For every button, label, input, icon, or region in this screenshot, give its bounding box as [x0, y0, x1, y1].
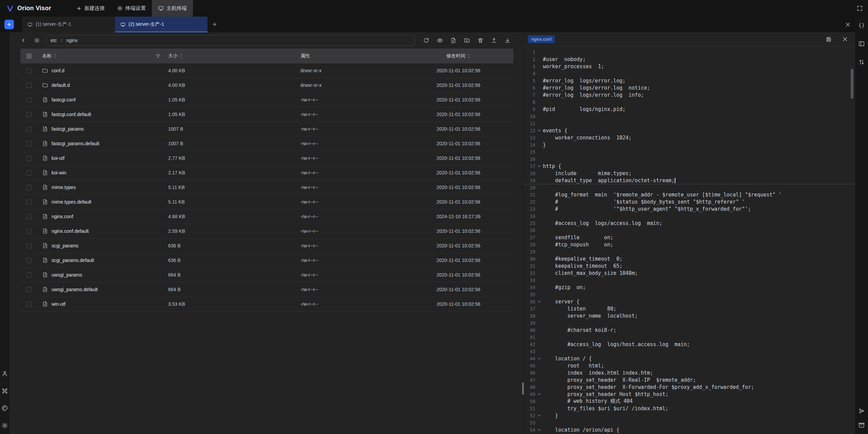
code-line[interactable]: 2 #user nobody;	[523, 56, 855, 63]
row-checkbox[interactable]	[26, 287, 32, 292]
code-line[interactable]: 53	[523, 419, 855, 426]
file-row[interactable]: win-utf 3.53 KB -rw-r--r-- 2020-11-01 10…	[20, 297, 513, 312]
back-button[interactable]	[18, 35, 28, 45]
code-line[interactable]: 7 #error_log logs/error.log info;	[523, 91, 855, 98]
theme-button[interactable]	[1, 404, 9, 412]
file-row[interactable]: nginx.conf 4.68 KB -rw-r--r-- 2024-12-10…	[20, 209, 513, 224]
fold-toggle[interactable]	[535, 166, 543, 167]
file-name[interactable]: fastcgi_params.default	[52, 141, 99, 146]
code-editor[interactable]: 1 2 #user nobody; 3 worker_processes 1; …	[523, 46, 855, 434]
row-checkbox[interactable]	[26, 243, 32, 248]
settings-button[interactable]	[1, 421, 9, 430]
code-line[interactable]: 1	[523, 49, 855, 56]
file-row[interactable]: conf.d 4.00 KB drwxr-xr-x 2020-11-01 10:…	[20, 63, 513, 78]
file-row[interactable]: koi-win 2.17 KB -rw-r--r-- 2020-11-01 10…	[20, 166, 513, 180]
fold-toggle[interactable]	[535, 130, 543, 131]
file-row[interactable]: fastcgi.conf 1.05 KB -rw-r--r-- 2020-11-…	[20, 93, 513, 107]
refresh-button[interactable]	[421, 35, 431, 45]
file-row[interactable]: mime.types 5.11 KB -rw-r--r-- 2020-11-01…	[20, 180, 513, 195]
code-line[interactable]: 16	[523, 155, 855, 163]
code-line[interactable]: 3 worker_processes 1;	[523, 63, 855, 70]
fold-toggle[interactable]	[535, 394, 543, 395]
code-line[interactable]: 6 #error_log logs/error.log notice;	[523, 84, 855, 91]
download-button[interactable]	[502, 35, 513, 45]
code-line[interactable]: 44 location / {	[523, 355, 855, 362]
row-checkbox[interactable]	[26, 83, 32, 88]
breadcrumb-segment[interactable]: etc	[51, 38, 57, 43]
row-checkbox[interactable]	[26, 141, 32, 146]
file-name[interactable]: scgi_params	[52, 243, 78, 248]
file-name[interactable]: koi-utf	[52, 155, 64, 161]
nav-item-host-terminal[interactable]: 主机终端	[152, 0, 193, 17]
code-line[interactable]: 28 #tcp_nopush on;	[523, 241, 855, 248]
code-line[interactable]: 31 keepalive_timeout 65;	[523, 262, 855, 269]
code-line[interactable]: 18 include mime.types;	[523, 170, 855, 177]
file-row[interactable]: mime.types.default 5.11 KB -rw-r--r-- 20…	[20, 195, 513, 209]
new-session-button[interactable]	[4, 20, 14, 29]
code-line[interactable]: 20	[523, 184, 855, 191]
file-row[interactable]: fastcgi_params 1007 B -rw-r--r-- 2020-11…	[20, 122, 513, 136]
file-row[interactable]: fastcgi_params.default 1007 B -rw-r--r--…	[20, 136, 513, 151]
file-row[interactable]: scgi_params.default 636 B -rw-r--r-- 202…	[20, 253, 513, 268]
save-button[interactable]	[823, 34, 834, 45]
code-line[interactable]: 19 default_type application/octet-stream…	[523, 177, 855, 184]
select-all-checkbox[interactable]	[26, 54, 32, 59]
code-line[interactable]: 43	[523, 348, 855, 355]
file-name[interactable]: nginx.conf	[52, 214, 73, 219]
code-line[interactable]: 50 # web history 模式 404	[523, 398, 855, 405]
row-checkbox[interactable]	[26, 258, 32, 263]
code-line[interactable]: 21 #log_format main '$remote_addr - $rem…	[523, 191, 855, 198]
delete-button[interactable]	[475, 35, 486, 45]
code-line[interactable]: 4	[523, 70, 855, 77]
file-row[interactable]: fastcgi.conf.default 1.05 KB -rw-r--r-- …	[20, 107, 513, 122]
fold-toggle[interactable]	[535, 358, 543, 359]
new-folder-button[interactable]	[462, 35, 472, 45]
file-row[interactable]: uwsgi_params.default 664 B -rw-r--r-- 20…	[20, 282, 513, 297]
file-row[interactable]: uwsgi_params 664 B -rw-r--r-- 2020-11-01…	[20, 268, 513, 282]
column-modified[interactable]: 修改时间	[403, 53, 513, 59]
code-line[interactable]: 12 events {	[523, 127, 855, 134]
row-checkbox[interactable]	[26, 112, 32, 117]
file-row[interactable]: scgi_params 636 B -rw-r--r-- 2020-11-01 …	[20, 239, 513, 253]
sort-icon[interactable]	[53, 53, 57, 59]
code-line[interactable]: 26	[523, 227, 855, 234]
file-name[interactable]: default.d	[52, 82, 70, 88]
file-name[interactable]: nginx.conf.default	[52, 228, 89, 234]
row-checkbox[interactable]	[26, 170, 32, 175]
row-checkbox[interactable]	[26, 156, 32, 161]
fold-toggle[interactable]	[535, 429, 543, 430]
file-name[interactable]: uwsgi_params	[52, 272, 82, 278]
column-name[interactable]: 名称	[37, 53, 163, 59]
add-tab-button[interactable]: +	[208, 17, 221, 32]
row-checkbox[interactable]	[26, 302, 32, 307]
code-line[interactable]: 52 }	[523, 412, 855, 419]
code-line[interactable]: 8	[523, 98, 855, 106]
breadcrumb-segment[interactable]: nginx	[66, 38, 78, 43]
file-name[interactable]: conf.d	[52, 68, 64, 73]
code-line[interactable]: 32 client_max_body_size 1048m;	[523, 269, 855, 277]
code-line[interactable]: 11	[523, 120, 855, 127]
code-line[interactable]: 41	[523, 334, 855, 341]
code-line[interactable]: 36 server {	[523, 298, 855, 305]
code-line[interactable]: 47 proxy_set_header X-Real-IP $remote_ad…	[523, 376, 855, 383]
code-line[interactable]: 22 # '$status $body_bytes_sent "$http_re…	[523, 198, 855, 205]
file-row[interactable]: koi-utf 2.77 KB -rw-r--r-- 2020-11-01 10…	[20, 151, 513, 166]
file-name[interactable]: fastcgi_params	[52, 126, 84, 132]
code-line[interactable]: 46 index index.html index.htm;	[523, 369, 855, 376]
row-checkbox[interactable]	[26, 185, 32, 190]
code-line[interactable]: 38 server_name localhost;	[523, 312, 855, 319]
nav-item-new-connection[interactable]: 新建连接	[70, 0, 111, 17]
code-line[interactable]: 40 #charset koi8-r;	[523, 326, 855, 334]
code-line[interactable]: 25 #access_log logs/access.log main;	[523, 220, 855, 227]
row-checkbox[interactable]	[26, 272, 32, 278]
new-file-button[interactable]	[448, 35, 458, 45]
code-line[interactable]: 48 proxy_set_header X-Forwarded-For $pro…	[523, 383, 855, 391]
code-line[interactable]: 51 try_files $uri $uri/ /index.html;	[523, 405, 855, 412]
code-line[interactable]: 17 http {	[523, 163, 855, 170]
code-line[interactable]: 33	[523, 277, 855, 284]
code-line[interactable]: 35	[523, 291, 855, 298]
file-name[interactable]: win-utf	[52, 301, 65, 307]
row-checkbox[interactable]	[26, 200, 32, 205]
code-line[interactable]: 29	[523, 248, 855, 255]
terminal-tab[interactable]: (1) server-生产-1	[22, 17, 115, 32]
